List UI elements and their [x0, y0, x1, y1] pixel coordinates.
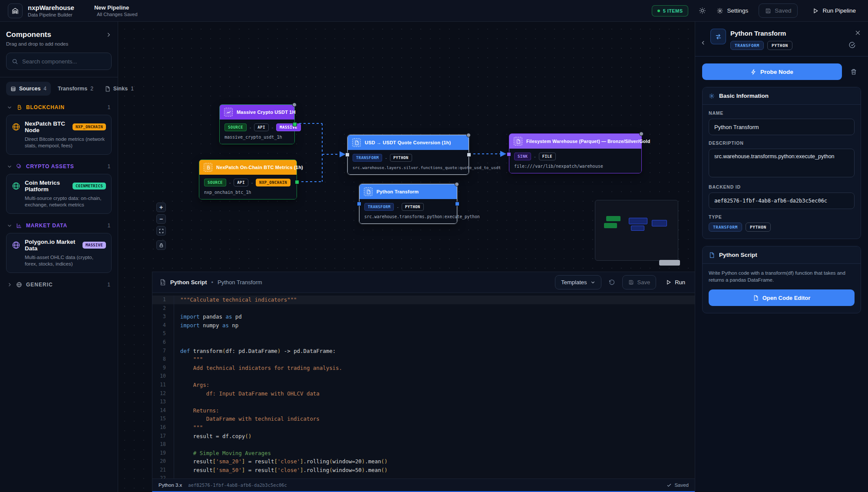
tab-transforms[interactable]: Transforms 2 [53, 82, 98, 96]
delete-node-button[interactable] [846, 64, 861, 79]
file-icon [105, 86, 110, 92]
code-line[interactable]: 4import numpy as np [152, 321, 695, 330]
topbar: nxpWarehouse Data Pipeline Builder New P… [0, 0, 868, 22]
line-number: 4 [152, 321, 174, 330]
validated-check-icon[interactable] [848, 41, 856, 49]
line-number: 13 [152, 398, 174, 406]
code-area[interactable]: 1"""Calculate technical indicators"""23i… [152, 293, 695, 479]
component-search[interactable] [6, 53, 112, 70]
name-field[interactable] [709, 119, 855, 135]
zoom-in-button[interactable]: + [156, 203, 166, 212]
code-line[interactable]: 18 [152, 440, 695, 449]
probe-node-button[interactable]: Probe Node [702, 63, 842, 80]
script-id-label: aef82576-1fbf-4ab8-afb6-da2b3c5ec06c [188, 482, 287, 488]
section-blockchain[interactable]: BLOCKCHAIN 1 [7, 104, 111, 110]
code-text: result['sma_50'] = result['close'].rolli… [174, 466, 388, 475]
code-line[interactable]: 3import pandas as pd [152, 312, 695, 321]
code-line[interactable]: 19 # Simple Moving Averages [152, 449, 695, 458]
node-input-handle[interactable] [507, 152, 511, 156]
zoom-out-button[interactable]: − [156, 214, 166, 224]
tab-transforms-label: Transforms [58, 86, 87, 92]
node-python-transform[interactable]: Python Transform TRANSFORM - PYTHON src.… [359, 184, 457, 224]
component-card-nexpatch-btc[interactable]: NexPatch BTC Node NXP_ONCHAIN Direct Bit… [6, 115, 112, 155]
code-line[interactable]: 5 [152, 329, 695, 338]
divider [0, 77, 118, 77]
save-script-label: Save [637, 279, 650, 286]
code-line[interactable]: 7def transform(df: pd.DataFrame) -> pd.D… [152, 347, 695, 356]
code-line[interactable]: 2 [152, 304, 695, 313]
theme-toggle-button[interactable] [699, 7, 706, 14]
node-output-handle[interactable] [295, 180, 299, 184]
code-line[interactable]: 11 Args: [152, 381, 695, 389]
code-line[interactable]: 10 [152, 372, 695, 381]
component-badge: COINMETRICS [73, 183, 106, 189]
tab-sinks[interactable]: Sinks 1 [100, 82, 138, 96]
search-input[interactable] [22, 58, 106, 65]
line-number: 15 [152, 415, 174, 423]
canvas-scrollbar-thumb[interactable] [659, 260, 680, 266]
minimap-node [629, 218, 647, 224]
node-input-handle[interactable] [357, 202, 361, 206]
code-line[interactable]: 6 [152, 338, 695, 347]
node-output-handle[interactable] [467, 153, 471, 157]
basic-information-card: Basic Information NAME DESCRIPTION src.w… [702, 87, 861, 239]
node-handle[interactable] [639, 132, 644, 136]
panel-collapse-button[interactable] [700, 40, 706, 50]
code-line[interactable]: 15 DataFrame with technical indicators [152, 415, 695, 423]
code-line[interactable]: 14 Returns: [152, 406, 695, 415]
backend-id-field[interactable] [709, 193, 855, 209]
code-line[interactable]: 13 [152, 398, 695, 406]
badge-separator: - [397, 205, 398, 209]
component-card-polygon[interactable]: Polygon.io Market Data MASSIVE Multi-ass… [6, 233, 112, 273]
line-number: 12 [152, 389, 174, 398]
code-line[interactable]: 22 [152, 474, 695, 479]
node-input-handle[interactable] [345, 153, 350, 157]
node-identifier: src.warehouse.transforms.python:execute_… [364, 214, 452, 219]
settings-button[interactable]: Settings [716, 7, 748, 14]
code-line[interactable]: 17 result = df.copy() [152, 432, 695, 441]
line-number: 5 [152, 329, 174, 338]
save-script-button[interactable]: Save [622, 275, 657, 289]
node-output-handle[interactable] [455, 202, 459, 206]
description-field[interactable]: src.warehouse.transforms.python:execute_… [709, 149, 855, 177]
run-script-button[interactable]: Run [663, 276, 688, 289]
line-number: 17 [152, 432, 174, 441]
pipeline-status: All Changes Saved [94, 12, 138, 17]
settings-label: Settings [727, 7, 748, 14]
reset-button[interactable] [608, 279, 615, 286]
component-card-coin-metrics[interactable]: Coin Metrics Platform COINMETRICS Multi-… [6, 174, 112, 214]
node-filesystem-warehouse[interactable]: Filesystem Warehouse (Parquet) — Bronze/… [509, 133, 642, 173]
run-pipeline-button[interactable]: Run Pipeline [808, 4, 860, 17]
lock-icon [159, 243, 164, 248]
sidebar-collapse-button[interactable] [106, 32, 112, 38]
code-line[interactable]: 20 result['sma_20'] = result['close'].ro… [152, 457, 695, 466]
fit-view-button[interactable] [156, 226, 166, 236]
canvas-minimap[interactable] [595, 200, 678, 261]
tab-sources[interactable]: Sources 4 [6, 82, 51, 96]
node-massive-crypto-usdt[interactable]: Massive Crypto USDT 1H SOURCE - API - MA… [219, 104, 295, 144]
code-line[interactable]: 21 result['sma_50'] = result['close'].ro… [152, 466, 695, 475]
section-crypto-assets[interactable]: CRYPTO ASSETS 1 [7, 163, 111, 170]
templates-dropdown[interactable]: Templates [555, 275, 601, 289]
open-code-editor-button[interactable]: Open Code Editor [709, 289, 855, 306]
code-text: """ [174, 355, 203, 364]
code-line[interactable]: 16 """ [152, 423, 695, 432]
chevron-down-icon [591, 280, 595, 285]
lock-button[interactable] [156, 240, 166, 250]
code-line[interactable]: 9 Add technical indicators for trading a… [152, 364, 695, 372]
node-handle[interactable] [466, 133, 471, 137]
code-line[interactable]: 12 df: Input DataFrame with OHLCV data [152, 389, 695, 398]
node-handle[interactable] [455, 182, 459, 186]
main-area: Massive Crypto USDT 1H SOURCE - API - MA… [118, 22, 695, 492]
node-output-handle[interactable] [293, 122, 297, 126]
close-panel-button[interactable] [855, 30, 861, 36]
section-generic[interactable]: GENERIC 1 [7, 282, 111, 288]
node-nexpatch-onchain-btc[interactable]: NexPatch On-Chain BTC Metrics (1h) SOURC… [199, 160, 297, 199]
section-market-data[interactable]: MARKET DATA 1 [7, 223, 111, 229]
code-line[interactable]: 8 """ [152, 355, 695, 364]
code-line[interactable]: 1"""Calculate technical indicators""" [152, 296, 695, 304]
saved-button[interactable]: Saved [759, 3, 798, 18]
node-handle[interactable] [292, 103, 297, 107]
node-usd-usdt-conversion[interactable]: USD → USDT Quote Conversion (1h) TRANSFO… [347, 135, 469, 175]
code-text [174, 440, 180, 449]
